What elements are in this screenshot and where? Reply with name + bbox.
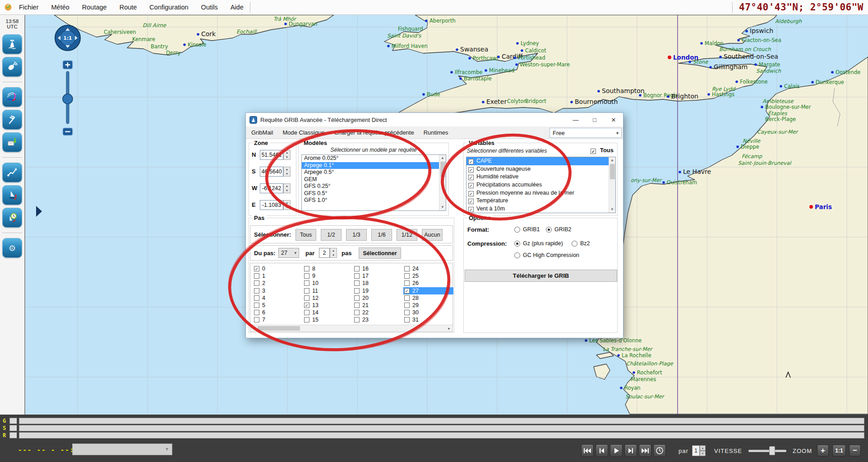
hour-checkbox-24[interactable]: 24 [403, 265, 453, 272]
scroll-thumb[interactable] [610, 164, 615, 179]
zone-W-input[interactable]: -6.1242 [260, 183, 283, 193]
hour-checkbox-7[interactable]: 7 [253, 316, 303, 323]
track-R-timeline[interactable] [19, 432, 864, 439]
hour-checkbox-28[interactable]: 28 [403, 294, 453, 302]
variable-item[interactable]: ✓Humidité relative [466, 173, 609, 181]
map-zoom-slider-handle[interactable] [63, 94, 73, 104]
zoom-out-button[interactable]: − [849, 445, 861, 457]
satellite-button[interactable] [2, 57, 22, 77]
compression-gz-plus-rapide--radio[interactable]: Gz (plus rapide) [514, 240, 563, 247]
maximize-button[interactable]: □ [585, 113, 604, 126]
menu-item-configuration[interactable]: Configuration [149, 4, 188, 11]
zone-N-input[interactable]: 51.5461 [260, 150, 283, 160]
hour-checkbox-27[interactable]: ✓27 [403, 287, 453, 294]
skip-first-button[interactable] [581, 444, 594, 457]
speed-slider[interactable] [748, 450, 786, 452]
models-scrollbar[interactable]: ▲ ▼ [439, 155, 446, 210]
dialog-menu-mode-classique[interactable]: Mode Classique [282, 129, 324, 136]
close-button[interactable]: ✕ [604, 113, 623, 126]
spin-down-icon[interactable]: ▼ [700, 451, 706, 456]
from-step-select[interactable]: 27 ▾ [278, 248, 299, 258]
dialog-titlebar[interactable]: Requête GRIB Avancée - Téléchargement Di… [246, 113, 623, 126]
hour-checkbox-1[interactable]: 1 [253, 272, 303, 280]
variable-item[interactable]: ✓Pression moyenne au niveau de la mer [466, 189, 609, 197]
compression-bz2-radio[interactable]: Bz2 [572, 240, 590, 247]
model-item[interactable]: Arome 0.025° [302, 155, 439, 162]
hour-checkbox-30[interactable]: 30 [403, 309, 453, 316]
variable-item[interactable]: ✓Précipitations accumulées [466, 181, 609, 189]
checkbox-checked-icon[interactable]: ✓ [468, 159, 474, 164]
grib-download-button[interactable] [2, 132, 22, 152]
per-step-spinner[interactable]: 1 ▲▼ [692, 445, 706, 456]
hour-checkbox-16[interactable]: 16 [353, 265, 403, 272]
variable-item[interactable]: ✓Température [466, 197, 609, 205]
weather-station-button[interactable] [2, 34, 22, 54]
zoom-reset-button[interactable]: 1:1 [832, 445, 846, 457]
hour-checkbox-6[interactable]: 6 [253, 309, 303, 316]
checkbox-checked-icon[interactable]: ✓ [468, 191, 474, 196]
hour-checkbox-10[interactable]: 10 [303, 280, 353, 287]
menu-item-fichier[interactable]: Fichier [19, 4, 39, 11]
scroll-thumb[interactable] [440, 162, 445, 177]
checkbox-checked-icon[interactable]: ✓ [468, 183, 474, 188]
sail-clock-button[interactable] [2, 208, 22, 228]
hour-checkbox-19[interactable]: 19 [353, 287, 403, 294]
scroll-up-icon[interactable]: ▲ [609, 157, 615, 163]
wind-barb-button[interactable] [2, 110, 22, 130]
dialog-menu-runtimes[interactable]: Runtimes [424, 129, 448, 136]
time-button[interactable] [653, 444, 666, 457]
hour-checkbox-18[interactable]: 18 [353, 280, 403, 287]
zone-E-input[interactable]: -1.1083 [260, 200, 283, 210]
track-R-button[interactable] [9, 432, 17, 439]
spin-up-icon[interactable]: ▲ [700, 445, 706, 451]
model-item[interactable]: GFS 0.25° [302, 183, 439, 190]
minimize-button[interactable]: — [566, 113, 585, 126]
hour-checkbox-26[interactable]: 26 [403, 280, 453, 287]
grib-file-select[interactable]: ▾ [72, 443, 172, 455]
apply-steps-button[interactable]: Sélectionner [359, 247, 401, 259]
settings-gear-button[interactable]: ⚙ [2, 238, 22, 258]
hour-checkbox-15[interactable]: 15 [303, 316, 353, 323]
quick-step-1-12-button[interactable]: 1/12 [397, 229, 417, 241]
per-step-value[interactable]: 1 [692, 445, 700, 456]
model-item[interactable]: GEM [302, 176, 439, 183]
model-item[interactable]: Arpege 0.5° [302, 169, 439, 176]
models-list[interactable]: Arome 0.025°Arpege 0.1°Arpege 0.5°GEMGFS… [301, 154, 446, 211]
play-button[interactable] [610, 444, 623, 457]
track-G-button[interactable] [9, 418, 17, 424]
zone-S-spinner[interactable]: ▲▼ [283, 167, 291, 177]
step-back-button[interactable] [596, 444, 608, 457]
variables-list[interactable]: ✓CAPE✓Couverture nuageuse✓Humidité relat… [466, 157, 616, 213]
quick-step-tous-button[interactable]: Tous [295, 229, 316, 241]
quick-step-aucun-button[interactable]: Aucun [422, 229, 443, 241]
variable-item[interactable]: ✓CAPE [466, 157, 609, 165]
quick-step-1-6-button[interactable]: 1/6 [371, 229, 392, 241]
route-button[interactable] [2, 163, 22, 182]
zoom-in-button[interactable]: + [817, 445, 829, 457]
hour-checkbox-23[interactable]: 23 [353, 316, 403, 323]
hour-checkbox-21[interactable]: 21 [353, 302, 403, 309]
compression-gc-high-compression-radio[interactable]: GC High Compression [514, 252, 579, 258]
menu-item-routage[interactable]: Routage [82, 4, 107, 11]
dialog-menu-charger-la-reque-te-pre-ce-dente[interactable]: Charger la requête précédente [334, 129, 414, 136]
download-grib-button[interactable]: Télécharger le GRIB [465, 270, 617, 282]
hours-hscrollbar[interactable]: ◂ ▸ [250, 325, 452, 331]
format-grib2-radio[interactable]: GRIB2 [546, 226, 572, 233]
hour-checkbox-9[interactable]: 9 [303, 272, 353, 280]
zone-S-input[interactable]: 46.5640 [260, 167, 283, 177]
skip-last-button[interactable] [639, 444, 651, 457]
dialog-menu-gribmail[interactable]: GribMail [251, 129, 273, 136]
scroll-down-icon[interactable]: ▼ [609, 206, 615, 213]
menu-item-outils[interactable]: Outils [201, 4, 218, 11]
menu-item-meteo[interactable]: Météo [51, 4, 69, 11]
variable-item[interactable]: ✓Vent à 10m [466, 205, 609, 213]
variables-all-checkbox[interactable]: ✓ Tous [591, 147, 614, 154]
speed-slider-handle[interactable] [769, 446, 775, 455]
scroll-up-icon[interactable]: ▲ [439, 155, 446, 161]
hour-checkbox-29[interactable]: 29 [403, 302, 453, 309]
hour-checkbox-11[interactable]: 11 [303, 287, 353, 294]
checkbox-checked-icon[interactable]: ✓ [468, 207, 474, 212]
menu-item-aide[interactable]: Aide [231, 4, 244, 11]
hour-checkbox-0[interactable]: ✓0 [253, 265, 303, 272]
quick-step-1-3-button[interactable]: 1/3 [346, 229, 367, 241]
